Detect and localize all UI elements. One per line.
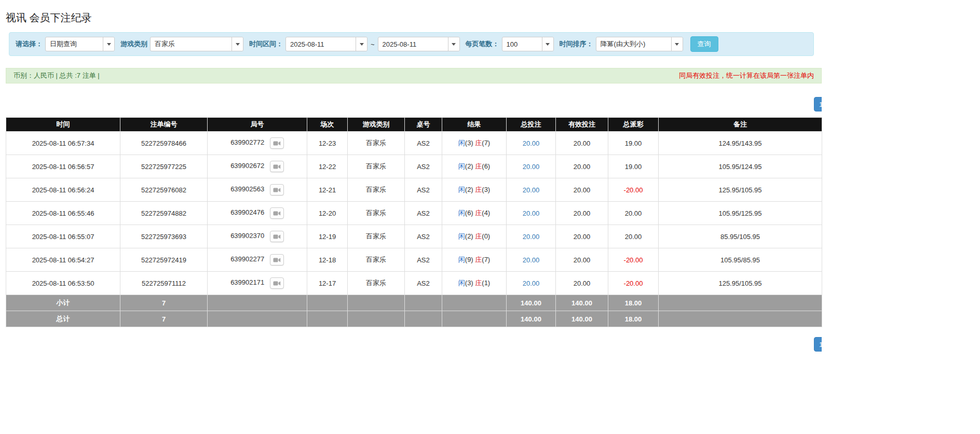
subtotal-empty-cell — [348, 295, 405, 311]
total-bet-link[interactable]: 20.00 — [523, 279, 540, 287]
chevron-down-icon[interactable] — [232, 37, 243, 51]
round-id-text: 639902277 — [230, 255, 264, 263]
round-id-text: 639902672 — [230, 162, 264, 170]
total-bet-link[interactable]: 20.00 — [523, 256, 540, 264]
chevron-down-icon[interactable] — [671, 37, 683, 51]
video-replay-button[interactable] — [270, 231, 284, 242]
subtotal-empty-cell — [307, 295, 348, 311]
subtotal-empty-cell — [442, 295, 507, 311]
subtotal-count: 7 — [120, 295, 208, 311]
total-bet-link[interactable]: 20.00 — [523, 139, 540, 147]
table-row: 2025-08-11 06:55:46 522725974882 6399024… — [6, 202, 822, 225]
cell-table-no: AS2 — [405, 225, 442, 248]
summary-bar: 币别：人民币 | 总共 :7 注单 | 同局有效投注，统一计算在该局第一张注单内 — [6, 68, 822, 83]
chevron-down-icon[interactable] — [448, 37, 459, 51]
header-bet-id: 注单编号 — [120, 118, 208, 132]
cell-session: 12-18 — [307, 248, 348, 272]
result-banker-label: 庄 — [475, 186, 482, 193]
result-banker-label: 庄 — [475, 256, 482, 263]
round-id-text: 639902171 — [230, 278, 264, 286]
time-range-label: 时间区间： — [249, 39, 283, 49]
subtotal-payout: 18.00 — [608, 295, 659, 311]
cell-game-type: 百家乐 — [348, 225, 405, 248]
subtotal-valid-bet: 140.00 — [556, 295, 608, 311]
header-valid-bet: 有效投注 — [556, 118, 608, 132]
page-size-select[interactable]: 100 — [502, 37, 554, 51]
header-table-no: 桌号 — [405, 118, 442, 132]
subtotal-empty-cell — [208, 295, 307, 311]
header-total-bet: 总投注 — [507, 118, 556, 132]
page-size-value: 100 — [502, 40, 542, 48]
cell-remark: 125.95/105.95 — [659, 178, 822, 202]
date-from-value: 2025-08-11 — [286, 40, 356, 48]
cell-time: 2025-08-11 06:53:50 — [6, 272, 120, 295]
video-camera-icon — [273, 281, 281, 286]
cell-table-no: AS2 — [405, 178, 442, 202]
date-from-select[interactable]: 2025-08-11 — [285, 37, 367, 51]
cell-total-bet: 20.00 — [507, 178, 556, 202]
total-bet-link[interactable]: 20.00 — [523, 186, 540, 194]
cell-bet-id: 522725977225 — [120, 155, 208, 178]
date-to-value: 2025-08-11 — [378, 40, 448, 48]
video-replay-button[interactable] — [270, 207, 284, 219]
video-replay-button[interactable] — [270, 161, 284, 172]
video-replay-button[interactable] — [270, 137, 284, 149]
result-banker-score: (0) — [482, 232, 490, 240]
round-id-text: 639902563 — [230, 185, 264, 193]
total-bet-link[interactable]: 20.00 — [523, 209, 540, 217]
cell-remark: 125.95/105.95 — [659, 272, 822, 295]
grand-total-count: 7 — [120, 311, 208, 327]
cell-valid-bet: 20.00 — [556, 132, 608, 155]
result-banker-label: 庄 — [475, 162, 482, 170]
header-result: 结果 — [442, 118, 507, 132]
cell-table-no: AS2 — [405, 202, 442, 225]
cell-payout: -20.00 — [608, 272, 659, 295]
cell-remark: 105.95/124.95 — [659, 155, 822, 178]
chevron-down-icon[interactable] — [356, 37, 367, 51]
cell-game-type: 百家乐 — [348, 132, 405, 155]
table-row: 2025-08-11 06:57:34 522725978466 6399027… — [6, 132, 822, 155]
grand-total-empty-cell — [405, 311, 442, 327]
page-title: 视讯 会员下注纪录 — [6, 0, 822, 32]
table-body: 2025-08-11 06:57:34 522725978466 6399027… — [6, 132, 822, 295]
video-replay-button[interactable] — [270, 184, 284, 195]
chevron-down-icon[interactable] — [542, 37, 553, 51]
result-player-label: 闲 — [458, 256, 465, 263]
result-banker-label: 庄 — [475, 232, 482, 240]
video-replay-button[interactable] — [270, 254, 284, 265]
header-round-id: 局号 — [208, 118, 307, 132]
result-player-score: (2) — [465, 162, 473, 170]
page-1-button[interactable]: 1 — [814, 337, 822, 352]
grand-total-empty-cell — [208, 311, 307, 327]
sort-order-label: 时间排序： — [560, 39, 593, 49]
result-banker-label: 庄 — [475, 139, 482, 147]
result-player-label: 闲 — [458, 209, 465, 217]
cell-round-id: 639902563 — [208, 178, 307, 202]
result-banker-score: (6) — [482, 162, 490, 170]
total-bet-link[interactable]: 20.00 — [523, 233, 540, 241]
date-to-select[interactable]: 2025-08-11 — [378, 37, 460, 51]
cell-payout: 20.00 — [608, 202, 659, 225]
cell-round-id: 639902277 — [208, 248, 307, 272]
sort-order-select[interactable]: 降冪(由大到小) — [596, 37, 683, 51]
search-button[interactable]: 查询 — [690, 36, 718, 52]
cell-total-bet: 20.00 — [507, 272, 556, 295]
query-type-select[interactable]: 日期查询 — [45, 37, 115, 51]
cell-bet-id: 522725974882 — [120, 202, 208, 225]
chevron-down-icon[interactable] — [103, 37, 114, 51]
game-type-value: 百家乐 — [151, 39, 232, 49]
result-banker-score: (4) — [482, 209, 490, 217]
cell-bet-id: 522725976082 — [120, 178, 208, 202]
page-1-button[interactable]: 1 — [814, 97, 822, 111]
round-id-text: 639902370 — [230, 232, 264, 240]
grand-total-payout: 18.00 — [608, 311, 659, 327]
total-bet-link[interactable]: 20.00 — [523, 163, 540, 171]
header-remark: 备注 — [659, 118, 822, 132]
video-replay-button[interactable] — [270, 277, 284, 289]
cell-result: 闲(6) 庄(4) — [442, 202, 507, 225]
cell-session: 12-20 — [307, 202, 348, 225]
grand-total-empty-cell — [442, 311, 507, 327]
cell-time: 2025-08-11 06:55:46 — [6, 202, 120, 225]
game-type-select[interactable]: 百家乐 — [150, 37, 243, 51]
cell-table-no: AS2 — [405, 248, 442, 272]
